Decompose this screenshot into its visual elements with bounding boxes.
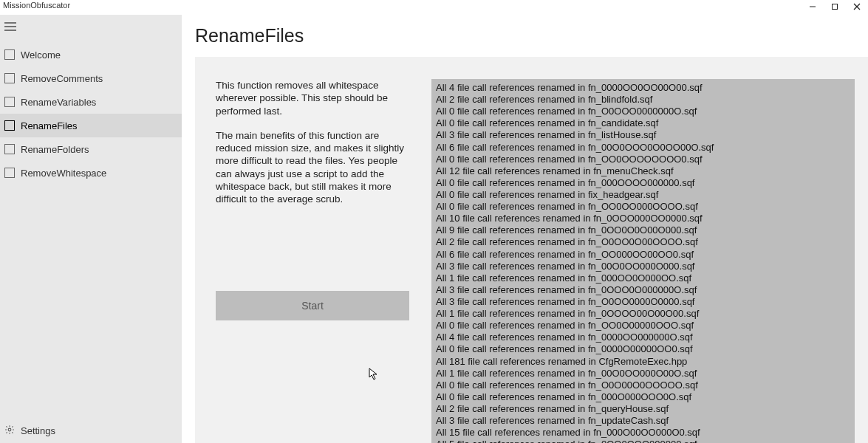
page-title: RenameFiles — [195, 25, 868, 47]
maximize-button[interactable] — [824, 1, 846, 13]
log-line: All 2 file call references renamed in fn… — [436, 403, 850, 415]
log-line: All 3 file call references renamed in fn… — [436, 129, 850, 141]
log-line: All 181 file call references renamed in … — [436, 356, 850, 368]
window-controls — [802, 1, 868, 13]
sidebar-item-removecomments[interactable]: RemoveComments — [0, 66, 182, 90]
sidebar-item-label: RenameVariables — [21, 97, 96, 108]
log-line: All 9 file call references renamed in fn… — [436, 224, 850, 236]
gear-icon — [4, 425, 15, 437]
log-line: All 5 file call references renamed in fn… — [436, 439, 850, 443]
log-line: All 12 file call references renamed in f… — [436, 165, 850, 177]
close-button[interactable] — [846, 1, 868, 13]
log-line: All 0 file call references renamed in fn… — [436, 343, 850, 355]
sidebar-item-welcome[interactable]: Welcome — [0, 43, 182, 66]
log-line: All 1 file call references renamed in fn… — [436, 368, 850, 380]
checkbox-icon — [4, 168, 15, 178]
log-line: All 0 file call references renamed in fn… — [436, 154, 850, 165]
sidebar-item-renamefolders[interactable]: RenameFolders — [0, 137, 182, 161]
description: This function removes all whitespace whe… — [216, 79, 409, 217]
sidebar-item-label: RemoveComments — [21, 73, 103, 84]
log-line: All 0 file call references renamed in fn… — [436, 320, 850, 332]
svg-rect-1 — [833, 4, 838, 10]
log-line: All 0 file call references renamed in fn… — [436, 117, 850, 129]
log-line: All 3 file call references renamed in fn… — [436, 261, 850, 272]
log-line: All 1 file call references renamed in fn… — [436, 308, 850, 320]
log-line: All 3 file call references renamed in fn… — [436, 296, 850, 308]
log-line: All 2 file call references renamed in fn… — [436, 94, 850, 106]
checkbox-icon — [4, 73, 15, 83]
start-button[interactable]: Start — [216, 291, 409, 320]
log-output: All 4 file call references renamed in fn… — [431, 79, 855, 443]
main-panel: This function removes all whitespace whe… — [195, 57, 868, 443]
log-line: All 3 file call references renamed in fn… — [436, 415, 850, 427]
log-line: All 0 file call references renamed in fn… — [436, 391, 850, 403]
settings-label: Settings — [21, 425, 55, 436]
settings-link[interactable]: Settings — [0, 418, 182, 443]
log-line: All 0 file call references renamed in fi… — [436, 189, 850, 201]
log-line: All 0 file call references renamed in fn… — [436, 106, 850, 117]
svg-point-7 — [8, 428, 11, 431]
minimize-button[interactable] — [802, 1, 824, 13]
sidebar-item-renamefiles[interactable]: RenameFiles — [0, 114, 182, 137]
log-line: All 4 file call references renamed in fn… — [436, 82, 850, 94]
checkbox-icon — [4, 49, 15, 60]
log-line: All 2 file call references renamed in fn… — [436, 236, 850, 248]
log-line: All 4 file call references renamed in fn… — [436, 332, 850, 343]
log-line: All 0 file call references renamed in fn… — [436, 380, 850, 391]
checkbox-icon — [4, 97, 15, 107]
log-line: All 6 file call references renamed in fn… — [436, 249, 850, 261]
app-title: MissionObfuscator — [3, 1, 70, 10]
log-line: All 15 file call references renamed in f… — [436, 427, 850, 439]
log-line: All 0 file call references renamed in fn… — [436, 201, 850, 213]
checkbox-icon — [4, 120, 15, 131]
log-line: All 1 file call references renamed in fn… — [436, 272, 850, 284]
hamburger-menu-icon[interactable] — [0, 18, 182, 43]
sidebar-item-label: RemoveWhitespace — [21, 168, 106, 179]
sidebar-item-removewhitespace[interactable]: RemoveWhitespace — [0, 161, 182, 185]
sidebar-item-label: RenameFiles — [21, 120, 78, 131]
sidebar-item-label: Welcome — [21, 49, 61, 61]
sidebar-item-label: RenameFolders — [21, 144, 89, 155]
log-line: All 10 file call references renamed in f… — [436, 213, 850, 224]
log-line: All 3 file call references renamed in fn… — [436, 284, 850, 296]
sidebar: WelcomeRemoveCommentsRenameVariablesRena… — [0, 15, 182, 443]
sidebar-item-renamevariables[interactable]: RenameVariables — [0, 90, 182, 114]
log-line: All 0 file call references renamed in fn… — [436, 177, 850, 189]
checkbox-icon — [4, 144, 15, 154]
log-line: All 6 file call references renamed in fn… — [436, 142, 850, 154]
